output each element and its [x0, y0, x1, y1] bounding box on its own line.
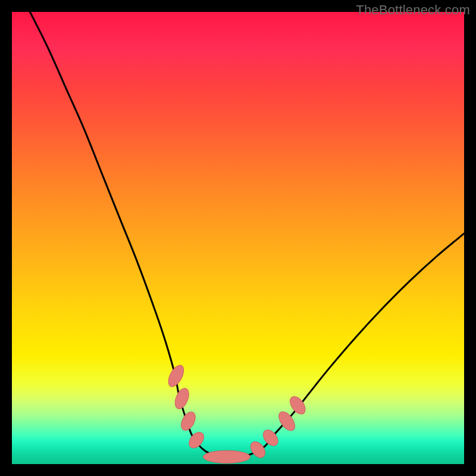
bottleneck-curve [30, 12, 464, 458]
curve-marker [248, 439, 268, 461]
curve-markers [165, 363, 308, 464]
watermark-label: TheBottleneck.com [356, 2, 470, 18]
curve-marker [165, 363, 187, 389]
chart-frame: TheBottleneck.com [0, 0, 476, 476]
curve-marker [203, 450, 250, 463]
curve-marker [178, 409, 198, 433]
curve-marker [186, 430, 207, 451]
chart-plot-area [12, 12, 464, 464]
curve-marker [173, 386, 192, 411]
chart-svg [12, 12, 464, 464]
